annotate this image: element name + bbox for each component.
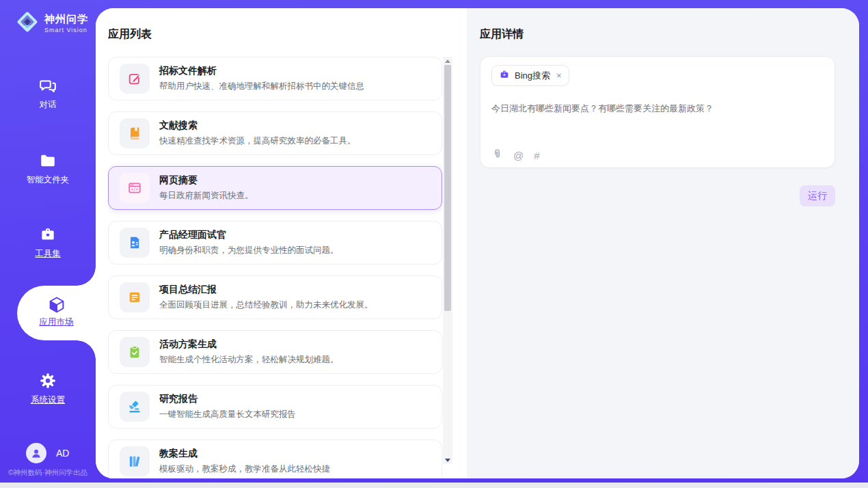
microscope-icon [120,392,150,422]
app-list-title: 应用列表 [108,27,152,42]
sidebar-item-label: 工具集 [35,248,61,260]
app-item-text: 教案生成 模板驱动，教案秒成，教学准备从此轻松快捷 [159,448,330,475]
tab-curve-top [77,267,96,286]
app-item-title: 活动方案生成 [159,338,339,351]
brand-text: 神州问学 Smart Vision [44,13,88,33]
resume-person-icon [120,228,150,258]
app-list-item[interactable]: 教案生成 模板驱动，教案秒成，教学准备从此轻松快捷 [108,439,442,478]
gear-icon [0,371,96,390]
book-icon [120,118,150,148]
app-item-description: 全面回顾项目进展，总结经验教训，助力未来优化发展。 [159,299,373,311]
user-initials: AD [56,448,69,459]
avatar-icon [26,443,46,463]
books-icon [120,446,150,476]
tool-chip-label: Bing搜索 [515,70,550,82]
sidebar-item-chat[interactable]: 对话 [0,76,96,111]
tool-chip[interactable]: Bing搜索 × [491,65,569,86]
app-item-text: 研究报告 一键智能生成高质量长文本研究报告 [159,393,296,420]
app-item-title: 文献搜索 [159,120,356,132]
app-list-item[interactable]: 文献搜索 快速精准查找学术资源，提高研究效率的必备工具。 [108,111,442,155]
folder-icon [0,151,96,170]
sidebar-item-folder[interactable]: 智能文件夹 [0,151,96,186]
scrollbar-thumb[interactable] [444,65,451,311]
app-list-item[interactable]: 研究报告 一键智能生成高质量长文本研究报告 [108,385,442,429]
attachment-icon[interactable] [491,148,503,163]
brand-name: 神州问学 [44,13,88,26]
sidebar-item-label: 对话 [40,99,57,111]
app-list-item[interactable]: 项目总结汇报 全面回顾项目进展，总结经验教训，助力未来优化发展。 [108,275,442,319]
notes-icon [120,282,150,312]
brand-subtitle: Smart Vision [44,27,88,33]
sidebar-item-label: 系统设置 [31,394,65,406]
app-item-description: 模板驱动，教案秒成，教学准备从此轻松快捷 [159,463,330,475]
app-item-text: 招标文件解析 帮助用户快速、准确地理解和解析招标书中的关键信息 [159,65,364,92]
brand-logo-icon [15,10,40,37]
svg-text:</>: </> [131,187,139,191]
app-item-title: 网页摘要 [159,174,254,187]
clipboard-check-icon [120,337,150,367]
app-item-title: 产品经理面试官 [159,229,339,241]
prompt-toolbar: @ # [491,148,540,163]
app-item-text: 产品经理面试官 明确身份和职责，为您提供专业性的面试问题。 [159,229,339,256]
app-list-item[interactable]: </> 网页摘要 每日政府新闻资讯快查。 [108,166,442,210]
app-item-text: 网页摘要 每日政府新闻资讯快查。 [159,174,254,202]
sidebar: 神州问学 Smart Vision 对话 智能文件夹 工具集 应用市场 系统设置… [0,0,96,483]
run-button[interactable]: 运行 [800,185,835,206]
app-item-title: 教案生成 [159,448,330,460]
app-item-text: 活动方案生成 智能生成个性化活动方案，轻松解决规划难题。 [159,338,339,366]
prompt-text[interactable]: 今日湖北有哪些新闻要点？有哪些需要关注的最新政策？ [491,102,825,116]
main-content: 应用列表 招标文件解析 帮助用户快速、准确地理解和解析招标书中的关键信息 文献搜… [96,8,859,478]
sidebar-item-toolbox[interactable]: 工具集 [0,225,96,260]
cube-icon [17,295,96,314]
app-item-description: 明确身份和职责，为您提供专业性的面试问题。 [159,245,339,256]
toolbox-icon [0,225,96,244]
app-list-item[interactable]: 招标文件解析 帮助用户快速、准确地理解和解析招标书中的关键信息 [108,57,442,100]
edit-icon [120,64,150,94]
hashtag-icon[interactable]: # [534,150,539,161]
app-item-text: 文献搜索 快速精准查找学术资源，提高研究效率的必备工具。 [159,120,356,147]
briefcase-icon [499,69,510,83]
app-item-description: 每日政府新闻资讯快查。 [159,190,254,202]
app-list-item[interactable]: 产品经理面试官 明确身份和职责，为您提供专业性的面试问题。 [108,221,442,265]
app-item-description: 帮助用户快速、准确地理解和解析招标书中的关键信息 [159,81,364,92]
chat-icon [0,76,96,95]
app-item-description: 快速精准查找学术资源，提高研究效率的必备工具。 [159,135,356,147]
brand-logo: 神州问学 Smart Vision [15,10,88,37]
sidebar-item-label: 应用市场 [40,316,74,328]
user-profile[interactable]: AD [26,443,69,463]
app-item-title: 项目总结汇报 [159,284,373,296]
app-item-text: 项目总结汇报 全面回顾项目进展，总结经验教训，助力未来优化发展。 [159,284,373,311]
prompt-input[interactable]: Bing搜索 × 今日湖北有哪些新闻要点？有哪些需要关注的最新政策？ @ # [480,56,835,168]
sidebar-item-cube[interactable]: 应用市场 [17,286,96,340]
scroll-up-arrow[interactable] [443,57,452,65]
app-detail-panel: 应用详情 Bing搜索 × 今日湖北有哪些新闻要点？有哪些需要关注的最新政策？ [467,8,859,478]
app-detail-title: 应用详情 [480,27,524,42]
scrollbar[interactable] [443,57,452,464]
copyright-text: ©神州数码·神州问学出品 [0,468,96,478]
scroll-down-arrow[interactable] [443,456,452,464]
page-edge [0,483,868,488]
app-item-title: 招标文件解析 [159,65,364,77]
tab-curve-bottom [77,340,96,360]
sidebar-item-gear[interactable]: 系统设置 [0,371,96,406]
chip-remove-icon[interactable]: × [556,70,562,81]
app-item-description: 一键智能生成高质量长文本研究报告 [159,409,296,420]
app-list: 招标文件解析 帮助用户快速、准确地理解和解析招标书中的关键信息 文献搜索 快速精… [108,57,442,478]
app-item-title: 研究报告 [159,393,296,405]
app-item-description: 智能生成个性化活动方案，轻松解决规划难题。 [159,354,339,366]
browser-code-icon: </> [120,173,150,203]
app-list-panel: 应用列表 招标文件解析 帮助用户快速、准确地理解和解析招标书中的关键信息 文献搜… [96,8,467,478]
app-window: 神州问学 Smart Vision 对话 智能文件夹 工具集 应用市场 系统设置… [0,0,868,488]
app-list-item[interactable]: 活动方案生成 智能生成个性化活动方案，轻松解决规划难题。 [108,330,442,374]
mention-icon[interactable]: @ [513,150,524,161]
sidebar-item-label: 智能文件夹 [27,174,70,186]
